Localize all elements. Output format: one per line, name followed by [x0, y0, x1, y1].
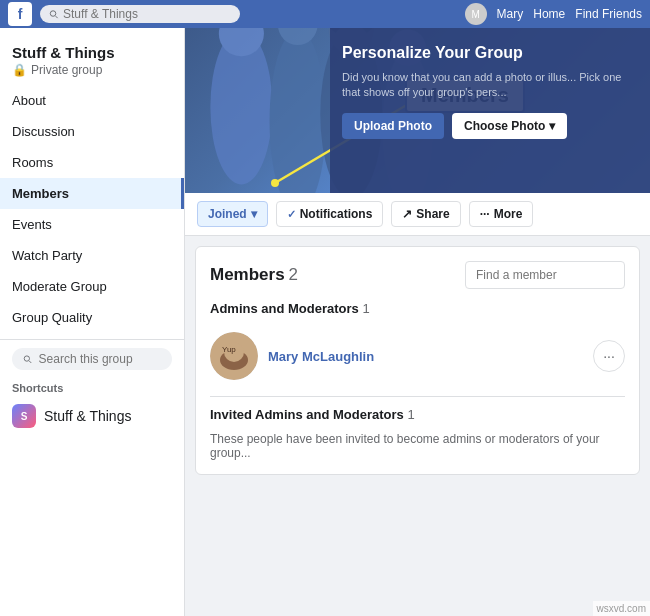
share-button[interactable]: ↗ Share	[391, 201, 460, 227]
content-area: Members Personalize Your Group Did you k…	[185, 28, 650, 616]
search-group-input[interactable]	[39, 352, 162, 366]
admins-section-title: Admins and Moderators 1	[210, 301, 625, 316]
action-bar: Joined ▾ ✓ Notifications ↗ Share ··· Mor…	[185, 193, 650, 236]
nav-user-name[interactable]: Mary	[497, 7, 524, 21]
shortcuts-label: Shortcuts	[0, 378, 184, 398]
invited-desc: These people have been invited to become…	[210, 432, 625, 460]
avatar-image: Yup	[210, 332, 258, 380]
shortcut-icon: S	[12, 404, 36, 428]
nav-find-friends-link[interactable]: Find Friends	[575, 7, 642, 21]
personalize-desc: Did you know that you can add a photo or…	[342, 70, 638, 101]
svg-point-4	[270, 29, 326, 193]
nav-right: M Mary Home Find Friends	[465, 3, 642, 25]
section-divider	[210, 396, 625, 397]
ellipsis-icon: ···	[480, 207, 490, 221]
search-icon	[48, 8, 59, 20]
member-name[interactable]: Mary McLaughlin	[268, 349, 583, 364]
personalize-title: Personalize Your Group	[342, 44, 638, 62]
sidebar-item-members[interactable]: Members	[0, 178, 184, 209]
watermark: wsxvd.com	[593, 601, 650, 616]
search-bar[interactable]	[40, 5, 240, 23]
group-name: Stuff & Things	[0, 40, 184, 63]
sidebar-item-rooms[interactable]: Rooms	[0, 147, 184, 178]
member-row: Yup Mary McLaughlin ···	[210, 326, 625, 386]
members-section: Members 2 Admins and Moderators 1 Yup	[195, 246, 640, 475]
personalize-box: Personalize Your Group Did you know that…	[330, 28, 650, 193]
members-title: Members 2	[210, 265, 298, 285]
more-button[interactable]: ··· More	[469, 201, 534, 227]
sidebar-item-discussion[interactable]: Discussion	[0, 116, 184, 147]
share-icon: ↗	[402, 207, 412, 221]
svg-point-0	[24, 356, 29, 361]
top-nav: f M Mary Home Find Friends	[0, 0, 650, 28]
upload-photo-button[interactable]: Upload Photo	[342, 113, 444, 139]
svg-text:Yup: Yup	[222, 345, 236, 354]
main-layout: Stuff & Things 🔒 Private group About Dis…	[0, 28, 650, 616]
members-header: Members 2	[210, 261, 625, 289]
cover-buttons: Upload Photo Choose Photo ▾	[342, 113, 638, 139]
invited-section: Invited Admins and Moderators 1 These pe…	[210, 407, 625, 460]
sidebar-item-events[interactable]: Events	[0, 209, 184, 240]
find-member-input[interactable]	[465, 261, 625, 289]
joined-button[interactable]: Joined ▾	[197, 201, 268, 227]
sidebar-item-watch-party[interactable]: Watch Party	[0, 240, 184, 271]
check-icon: ✓	[287, 208, 296, 221]
notifications-button[interactable]: ✓ Notifications	[276, 201, 384, 227]
member-options-button[interactable]: ···	[593, 340, 625, 372]
sidebar-item-moderate-group[interactable]: Moderate Group	[0, 271, 184, 302]
search-input[interactable]	[63, 7, 232, 21]
search-group-icon	[22, 353, 33, 365]
choose-photo-button[interactable]: Choose Photo ▾	[452, 113, 567, 139]
nav-home-link[interactable]: Home	[533, 7, 565, 21]
group-privacy: 🔒 Private group	[0, 63, 184, 85]
shortcut-item[interactable]: S Stuff & Things	[0, 398, 184, 434]
sidebar: Stuff & Things 🔒 Private group About Dis…	[0, 28, 185, 616]
chevron-down-icon: ▾	[549, 119, 555, 133]
lock-icon: 🔒	[12, 63, 27, 77]
cover-area: Members Personalize Your Group Did you k…	[185, 28, 650, 193]
dropdown-icon: ▾	[251, 207, 257, 221]
sidebar-divider	[0, 339, 184, 340]
shortcut-name: Stuff & Things	[44, 408, 131, 424]
facebook-logo: f	[8, 2, 32, 26]
search-group[interactable]	[12, 348, 172, 370]
invited-title: Invited Admins and Moderators 1	[210, 407, 625, 422]
member-avatar: Yup	[210, 332, 258, 380]
sidebar-item-group-quality[interactable]: Group Quality	[0, 302, 184, 333]
user-avatar: M	[465, 3, 487, 25]
sidebar-item-about[interactable]: About	[0, 85, 184, 116]
svg-line-1	[29, 361, 31, 363]
